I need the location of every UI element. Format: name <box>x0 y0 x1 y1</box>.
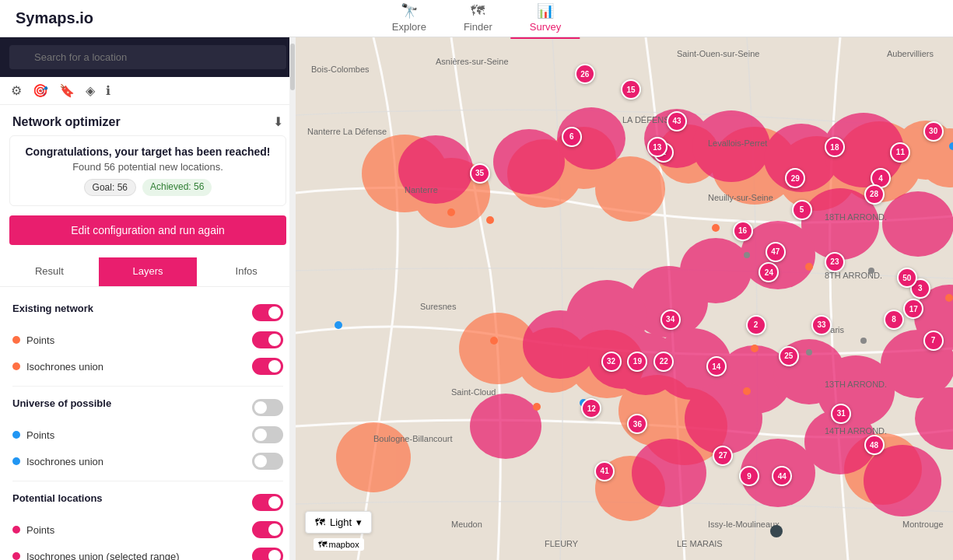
up-isochrones-label: Isochrones union <box>26 456 103 467</box>
svg-point-77 <box>533 403 541 411</box>
svg-point-26 <box>823 113 904 187</box>
divider-2 <box>12 481 283 481</box>
en-points-dot <box>12 336 20 344</box>
optimizer-title: Network optimizer <box>12 115 121 129</box>
up-points-toggle[interactable] <box>252 426 283 443</box>
svg-text:Aubervilliers: Aubervilliers <box>887 49 934 58</box>
pl-isochrones-dot <box>12 552 20 560</box>
main-layout: 🔍 ⚙ 🎯 🔖 ◈ ℹ Network optimizer ⬇ Congratu… <box>0 37 953 560</box>
tab-survey[interactable]: 📊 Survey <box>511 0 580 39</box>
up-isochrones-row: Isochrones union <box>12 448 283 474</box>
svg-point-84 <box>580 399 587 407</box>
en-points-toggle[interactable] <box>252 331 283 348</box>
svg-text:Suresnes: Suresnes <box>420 302 457 311</box>
en-isochrones-left: Isochrones union <box>12 361 103 373</box>
pl-points-row: Points <box>12 516 283 543</box>
svg-point-42 <box>741 439 815 507</box>
panel-tabs: Result Layers Infos <box>0 257 296 287</box>
up-isochrones-left: Isochrones union <box>12 456 103 467</box>
edit-config-button[interactable]: Edit configuration and run again <box>9 215 286 245</box>
map-svg: Bois-Colombes Asnières-sur-Seine Saint-O… <box>296 37 953 560</box>
svg-text:Montrouge: Montrouge <box>902 520 944 529</box>
en-isochrones-dot <box>12 362 20 370</box>
svg-point-22 <box>557 107 625 170</box>
svg-point-82 <box>744 252 750 258</box>
pl-points-toggle[interactable] <box>252 521 283 538</box>
survey-icon: 📊 <box>537 2 554 19</box>
explore-icon: 🔭 <box>401 2 418 19</box>
tab-infos[interactable]: Infos <box>197 257 296 286</box>
potential-label: Potential locations <box>12 492 103 504</box>
nav-tabs: 🔭 Explore 🗺 Finder 📊 Survey <box>373 0 580 39</box>
en-isochrones-row: Isochrones union <box>12 353 283 380</box>
mapbox-text: mapbox <box>329 540 359 549</box>
mapbox-attribution: 🗺 mapbox <box>314 538 364 551</box>
en-points-left: Points <box>12 334 54 346</box>
pl-isochrones-row: Isochrones union (selected range) <box>12 543 283 560</box>
panel-content: Network optimizer ⬇ Congratulations, you… <box>0 105 296 560</box>
scroll-thumb[interactable] <box>290 44 295 90</box>
svg-point-44 <box>864 445 941 516</box>
svg-point-79 <box>490 337 498 345</box>
pl-points-left: Points <box>12 524 54 536</box>
layers-icon[interactable]: 🔖 <box>59 83 75 98</box>
pl-isochrones-toggle[interactable] <box>252 548 283 560</box>
pl-points-label: Points <box>26 524 54 536</box>
svg-point-48 <box>611 333 680 395</box>
en-isochrones-label: Isochrones union <box>26 361 103 373</box>
achieved-badge: Achieved: 56 <box>142 179 212 196</box>
svg-point-21 <box>493 129 565 194</box>
svg-point-33 <box>523 310 597 379</box>
svg-text:Meudon: Meudon <box>451 520 482 529</box>
stack-icon[interactable]: ◈ <box>86 83 95 98</box>
svg-point-43 <box>804 409 876 474</box>
search-bar: 🔍 <box>0 37 296 77</box>
svg-text:Bois-Colombes: Bois-Colombes <box>311 65 370 74</box>
goal-badge: Goal: 56 <box>84 179 136 196</box>
universe-row: Universe of possible <box>12 393 283 422</box>
tab-finder[interactable]: 🗺 Finder <box>445 0 511 39</box>
svg-text:Saint-Cloud: Saint-Cloud <box>451 387 496 397</box>
pl-isochrones-label: Isochrones union (selected range) <box>26 551 180 561</box>
finder-icon: 🗺 <box>471 3 485 19</box>
info-icon[interactable]: ℹ <box>106 83 110 98</box>
en-points-label: Points <box>26 334 54 346</box>
up-points-dot <box>12 431 20 439</box>
svg-point-41 <box>685 383 762 454</box>
up-isochrones-toggle[interactable] <box>252 453 283 470</box>
svg-text:Issy-le-Moulineaux: Issy-le-Moulineaux <box>708 520 780 529</box>
download-icon[interactable]: ⬇ <box>273 114 283 129</box>
svg-text:FLEURY: FLEURY <box>545 539 579 548</box>
tab-explore[interactable]: 🔭 Explore <box>373 0 445 39</box>
divider-1 <box>12 386 283 387</box>
svg-text:Nanterre La Défense: Nanterre La Défense <box>307 127 387 136</box>
search-input[interactable] <box>9 45 286 69</box>
pl-isochrones-left: Isochrones union (selected range) <box>12 551 180 561</box>
map-style-label: Light <box>330 516 352 528</box>
svg-text:LE MARAIS: LE MARAIS <box>677 539 723 548</box>
svg-text:13TH ARROND.: 13TH ARROND. <box>825 380 887 389</box>
svg-point-72 <box>486 216 494 224</box>
tab-layers[interactable]: Layers <box>99 257 198 286</box>
universe-toggle[interactable] <box>252 399 283 416</box>
up-points-row: Points <box>12 422 283 448</box>
map-style-selector[interactable]: 🗺 Light ▾ <box>305 511 372 534</box>
mapbox-logo-icon: 🗺 <box>318 540 327 549</box>
existing-network-toggle[interactable] <box>252 304 283 321</box>
search-wrapper: 🔍 <box>9 45 286 69</box>
congrats-sub: Found 56 potential new locations. <box>19 161 276 173</box>
en-isochrones-toggle[interactable] <box>252 358 283 375</box>
target-icon[interactable]: 🎯 <box>33 83 48 98</box>
tab-result[interactable]: Result <box>0 257 99 286</box>
svg-text:14TH ARROND.: 14TH ARROND. <box>825 426 887 436</box>
settings-icon[interactable]: ⚙ <box>11 83 22 98</box>
app-logo: Symaps.io <box>0 9 140 27</box>
map-area[interactable]: Bois-Colombes Asnières-sur-Seine Saint-O… <box>296 37 953 560</box>
scrollbar[interactable] <box>289 37 296 560</box>
potential-toggle[interactable] <box>252 494 283 511</box>
svg-point-83 <box>868 268 874 274</box>
svg-text:LA DÉFENSE: LA DÉFENSE <box>622 115 675 124</box>
svg-point-29 <box>741 221 815 289</box>
svg-point-74 <box>805 263 813 271</box>
svg-point-87 <box>770 525 783 537</box>
